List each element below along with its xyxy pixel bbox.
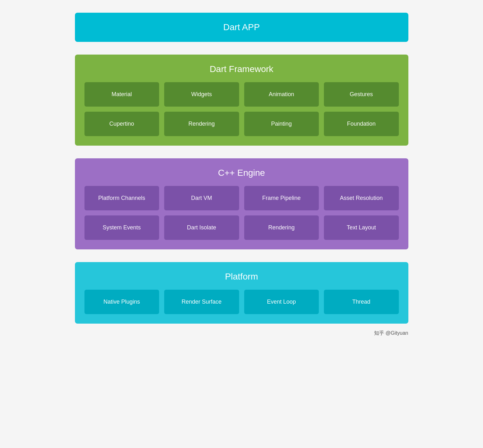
cell-platform-channels-label: Platform Channels [98, 195, 145, 201]
platform-row-1: Native Plugins Render Surface Event Loop… [84, 290, 399, 314]
cell-rendering-eng-label: Rendering [268, 224, 295, 231]
cell-asset-resolution: Asset Resolution [324, 186, 399, 210]
cell-painting-label: Painting [271, 121, 292, 127]
cell-foundation-label: Foundation [347, 121, 376, 127]
cell-dart-vm-label: Dart VM [191, 195, 212, 201]
cell-material-label: Material [111, 91, 132, 98]
cell-render-surface: Render Surface [164, 290, 239, 314]
cell-event-loop: Event Loop [244, 290, 319, 314]
cell-painting: Painting [244, 112, 319, 136]
cell-rendering-eng: Rendering [244, 215, 319, 240]
cell-cupertino-label: Cupertino [109, 121, 134, 127]
cell-frame-pipeline-label: Frame Pipeline [262, 195, 301, 201]
dart-app-title: Dart APP [223, 22, 260, 32]
cell-event-loop-label: Event Loop [267, 299, 296, 305]
cell-thread-label: Thread [352, 299, 370, 305]
cell-widgets: Widgets [164, 82, 239, 107]
cell-render-surface-label: Render Surface [182, 299, 222, 305]
cell-system-events-label: System Events [103, 224, 141, 231]
cell-animation-label: Animation [269, 91, 294, 98]
cell-material: Material [84, 82, 159, 107]
cell-cupertino: Cupertino [84, 112, 159, 136]
cell-frame-pipeline: Frame Pipeline [244, 186, 319, 210]
watermark: 知乎 @Gityuan [75, 330, 408, 337]
dart-app-layer: Dart APP [75, 13, 408, 42]
dart-framework-grid: Material Widgets Animation Gestures Cupe… [84, 82, 399, 136]
cell-dart-isolate: Dart Isolate [164, 215, 239, 240]
framework-row-1: Material Widgets Animation Gestures [84, 82, 399, 107]
cell-gestures: Gestures [324, 82, 399, 107]
cell-platform-channels: Platform Channels [84, 186, 159, 210]
cell-rendering-fw: Rendering [164, 112, 239, 136]
cpp-engine-grid: Platform Channels Dart VM Frame Pipeline… [84, 186, 399, 240]
cell-animation: Animation [244, 82, 319, 107]
cell-gestures-label: Gestures [350, 91, 373, 98]
dart-framework-layer: Dart Framework Material Widgets Animatio… [75, 55, 408, 146]
cell-text-layout-label: Text Layout [347, 224, 376, 231]
cell-widgets-label: Widgets [191, 91, 212, 98]
cell-asset-resolution-label: Asset Resolution [340, 195, 383, 201]
platform-grid: Native Plugins Render Surface Event Loop… [84, 290, 399, 314]
platform-layer: Platform Native Plugins Render Surface E… [75, 262, 408, 324]
main-container: Dart APP Dart Framework Material Widgets… [75, 13, 408, 337]
dart-framework-title: Dart Framework [84, 64, 399, 74]
cell-thread: Thread [324, 290, 399, 314]
cell-dart-isolate-label: Dart Isolate [187, 224, 216, 231]
cell-rendering-fw-label: Rendering [188, 121, 215, 127]
engine-row-2: System Events Dart Isolate Rendering Tex… [84, 215, 399, 240]
cpp-engine-layer: C++ Engine Platform Channels Dart VM Fra… [75, 158, 408, 249]
framework-row-2: Cupertino Rendering Painting Foundation [84, 112, 399, 136]
cell-foundation: Foundation [324, 112, 399, 136]
cpp-engine-title: C++ Engine [84, 168, 399, 178]
cell-native-plugins: Native Plugins [84, 290, 159, 314]
engine-row-1: Platform Channels Dart VM Frame Pipeline… [84, 186, 399, 210]
cell-system-events: System Events [84, 215, 159, 240]
cell-dart-vm: Dart VM [164, 186, 239, 210]
platform-title: Platform [84, 272, 399, 282]
cell-native-plugins-label: Native Plugins [104, 299, 140, 305]
cell-text-layout: Text Layout [324, 215, 399, 240]
